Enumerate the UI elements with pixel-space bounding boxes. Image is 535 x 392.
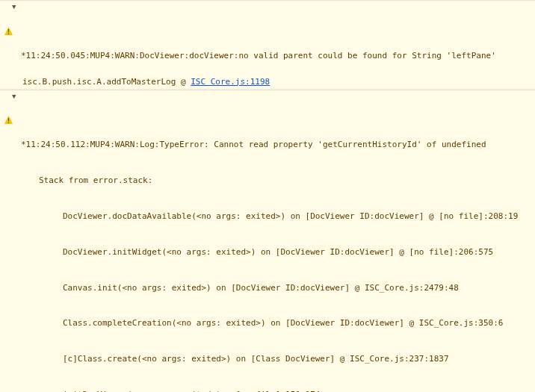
stack-frame: Canvas.init(<no args: exited>) on [DocVi… xyxy=(18,282,532,294)
stack-frame: DocViewer.initWidget(<no args: exited>) … xyxy=(18,246,532,258)
log-message: *11:24:50.045:MUP4:WARN:DocViewer:docVie… xyxy=(18,50,532,62)
console-entry-warn: ! ▼ *11:24:50.112:MUP4:WARN:Log:TypeErro… xyxy=(0,90,535,392)
log-message: *11:24:50.112:MUP4:WARN:Log:TypeError: C… xyxy=(18,139,532,151)
expand-arrow[interactable]: ▼ xyxy=(12,92,16,102)
stack-frame: Class.completeCreation(<no args: exited>… xyxy=(18,317,532,329)
source-link[interactable]: ISC Core.js:1198 xyxy=(191,77,270,87)
stack-frame: initDocViewer(<no args: exited>) @ [no f… xyxy=(18,389,532,392)
stack-header: Stack from error.stack: xyxy=(18,175,532,187)
stack-frame: [c]Class.create(<no args: exited>) on [C… xyxy=(18,353,532,365)
stack-frame: DocViewer.docDataAvailable(<no args: exi… xyxy=(18,211,532,223)
origin-prefix: isc.B.push.isc.A.addToMasterLog @ xyxy=(22,77,191,87)
expand-arrow[interactable]: ▼ xyxy=(12,2,16,12)
console-entry-warn: ! ▼ *11:24:50.045:MUP4:WARN:DocViewer:do… xyxy=(0,0,535,75)
svg-text:!: ! xyxy=(7,118,10,124)
log-origin: isc.B.push.isc.A.addToMasterLog @ ISC Co… xyxy=(0,75,535,90)
svg-text:!: ! xyxy=(7,29,10,35)
